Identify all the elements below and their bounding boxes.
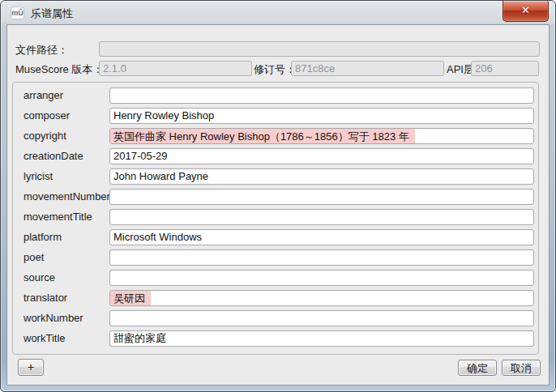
cancel-button[interactable]: 取消 [502, 360, 541, 376]
movement-title-label: movementTitle [24, 211, 92, 223]
poet-input[interactable] [109, 249, 534, 266]
field-row-translator: translator 吴研因 [13, 290, 538, 308]
revision-label: 修订号： [254, 62, 296, 77]
field-row-platform: platform Microsoft Windows [13, 229, 538, 247]
work-number-label: workNumber [24, 312, 83, 324]
composer-label: composer [24, 109, 70, 121]
version-field: 2.1.0 [99, 61, 252, 76]
field-row-work-number: workNumber [13, 310, 538, 328]
field-row-arranger: arranger [13, 87, 538, 105]
field-row-lyricist: lyricist John Howard Payne [13, 168, 538, 186]
copyright-input[interactable]: 英国作曲家 Henry Rowley Bishop（1786～1856）写于 1… [109, 128, 534, 144]
movement-number-label: movementNumber [24, 190, 110, 202]
ok-button[interactable]: 确定 [458, 360, 497, 376]
field-row-creation-date: creationDate 2017-05-29 [13, 148, 538, 166]
dialog-title: 乐谱属性 [31, 6, 73, 21]
field-row-composer: composer Henry Rowley Bishop [13, 108, 538, 126]
file-path-field [99, 41, 540, 57]
copyright-label: copyright [24, 130, 66, 142]
field-row-movement-title: movementTitle [13, 209, 538, 227]
revision-field: 871c8ce [291, 61, 444, 76]
work-number-input[interactable] [109, 310, 534, 326]
close-button[interactable]: ✕ [503, 1, 549, 22]
musescore-logo-icon: mÛ [11, 6, 24, 19]
titlebar[interactable]: mÛ 乐谱属性 ✕ [1, 1, 555, 24]
arranger-label: arranger [24, 89, 63, 101]
platform-label: platform [24, 231, 62, 243]
source-input[interactable] [109, 270, 534, 286]
field-row-source: source [13, 270, 538, 288]
work-title-input[interactable]: 甜蜜的家庭 [109, 330, 534, 347]
platform-input[interactable]: Microsoft Windows [109, 229, 534, 245]
translator-label: translator [24, 292, 67, 304]
field-row-work-title: workTitle 甜蜜的家庭 [13, 330, 538, 348]
lyricist-label: lyricist [24, 170, 53, 182]
translator-input[interactable]: 吴研因 [109, 290, 534, 306]
poet-label: poet [24, 251, 44, 263]
creation-date-label: creationDate [24, 150, 83, 162]
api-level-field: 206 [471, 61, 539, 76]
field-row-poet: poet [13, 249, 538, 267]
field-row-copyright: copyright 英国作曲家 Henry Rowley Bishop（1786… [13, 128, 538, 146]
composer-input[interactable]: Henry Rowley Bishop [109, 108, 534, 124]
field-row-movement-number: movementNumber [13, 189, 538, 207]
lyricist-input[interactable]: John Howard Payne [109, 168, 534, 185]
file-path-label: 文件路径： [15, 42, 68, 58]
dialog-body: 文件路径： MuseScore 版本： 2.1.0 修订号： 871c8ce A… [6, 24, 550, 386]
version-label: MuseScore 版本： [15, 62, 103, 77]
metadata-panel: arranger composer Henry Rowley Bishop co… [12, 82, 539, 355]
score-properties-dialog: mÛ 乐谱属性 ✕ 文件路径： MuseScore 版本： 2.1.0 修订号：… [0, 0, 556, 392]
movement-number-input[interactable] [109, 189, 534, 205]
arranger-input[interactable] [109, 87, 534, 104]
work-title-label: workTitle [24, 332, 66, 344]
creation-date-input[interactable]: 2017-05-29 [109, 148, 534, 164]
movement-title-input[interactable] [109, 209, 534, 225]
source-label: source [24, 271, 55, 283]
add-property-button[interactable]: + [18, 359, 44, 376]
close-icon: ✕ [521, 4, 530, 16]
